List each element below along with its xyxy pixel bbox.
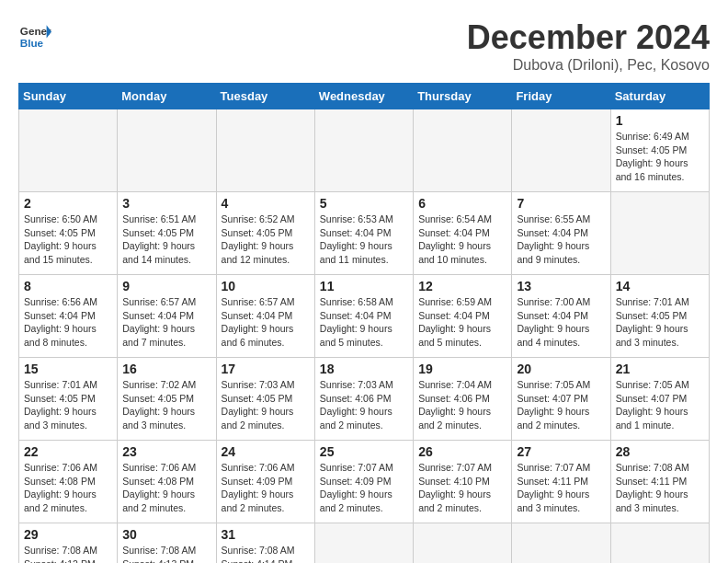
calendar-cell: 15Sunrise: 7:01 AMSunset: 4:05 PMDayligh… bbox=[19, 358, 118, 441]
calendar-cell: 20Sunrise: 7:05 AMSunset: 4:07 PMDayligh… bbox=[512, 358, 610, 441]
calendar-cell bbox=[314, 523, 413, 564]
day-info: Sunrise: 7:08 AMSunset: 4:12 PMDaylight:… bbox=[24, 544, 112, 563]
calendar-cell bbox=[512, 109, 610, 192]
calendar-cell: 28Sunrise: 7:08 AMSunset: 4:11 PMDayligh… bbox=[610, 441, 709, 523]
calendar-header-saturday: Saturday bbox=[610, 84, 709, 109]
day-number: 29 bbox=[24, 527, 112, 542]
calendar-cell bbox=[118, 109, 216, 192]
calendar-header-thursday: Thursday bbox=[414, 84, 512, 109]
calendar-cell bbox=[610, 192, 709, 275]
calendar-cell: 6Sunrise: 6:54 AMSunset: 4:04 PMDaylight… bbox=[414, 192, 512, 275]
day-number: 8 bbox=[24, 279, 112, 293]
day-info: Sunrise: 7:07 AMSunset: 4:11 PMDaylight:… bbox=[517, 461, 605, 515]
day-number: 27 bbox=[517, 444, 605, 459]
day-info: Sunrise: 7:08 AMSunset: 4:13 PMDaylight:… bbox=[122, 544, 210, 563]
day-number: 5 bbox=[320, 196, 408, 211]
calendar-week-6: 29Sunrise: 7:08 AMSunset: 4:12 PMDayligh… bbox=[19, 523, 710, 564]
day-number: 2 bbox=[24, 196, 112, 211]
day-info: Sunrise: 7:02 AMSunset: 4:05 PMDaylight:… bbox=[122, 378, 210, 432]
calendar-cell: 12Sunrise: 6:59 AMSunset: 4:04 PMDayligh… bbox=[414, 275, 512, 358]
day-info: Sunrise: 6:59 AMSunset: 4:04 PMDaylight:… bbox=[418, 295, 506, 350]
calendar-cell: 9Sunrise: 6:57 AMSunset: 4:04 PMDaylight… bbox=[118, 275, 216, 358]
day-info: Sunrise: 7:03 AMSunset: 4:05 PMDaylight:… bbox=[222, 378, 310, 432]
day-number: 20 bbox=[517, 362, 605, 376]
calendar-cell bbox=[216, 109, 314, 192]
day-number: 15 bbox=[24, 362, 112, 376]
day-info: Sunrise: 7:06 AMSunset: 4:09 PMDaylight:… bbox=[222, 461, 310, 515]
day-info: Sunrise: 7:07 AMSunset: 4:09 PMDaylight:… bbox=[320, 461, 408, 515]
calendar-cell bbox=[414, 523, 512, 564]
day-info: Sunrise: 7:05 AMSunset: 4:07 PMDaylight:… bbox=[517, 378, 605, 432]
day-number: 12 bbox=[418, 279, 506, 293]
calendar-cell bbox=[414, 109, 512, 192]
calendar-cell: 26Sunrise: 7:07 AMSunset: 4:10 PMDayligh… bbox=[414, 441, 512, 523]
day-number: 16 bbox=[122, 362, 210, 376]
day-number: 22 bbox=[24, 444, 112, 459]
day-number: 14 bbox=[616, 279, 704, 293]
day-info: Sunrise: 7:05 AMSunset: 4:07 PMDaylight:… bbox=[616, 378, 704, 432]
calendar-cell: 21Sunrise: 7:05 AMSunset: 4:07 PMDayligh… bbox=[610, 358, 709, 441]
calendar-cell: 16Sunrise: 7:02 AMSunset: 4:05 PMDayligh… bbox=[118, 358, 216, 441]
calendar-cell: 10Sunrise: 6:57 AMSunset: 4:04 PMDayligh… bbox=[216, 275, 314, 358]
calendar-header-friday: Friday bbox=[512, 84, 610, 109]
calendar-week-2: 2Sunrise: 6:50 AMSunset: 4:05 PMDaylight… bbox=[19, 192, 710, 275]
calendar-cell: 11Sunrise: 6:58 AMSunset: 4:04 PMDayligh… bbox=[314, 275, 413, 358]
day-number: 30 bbox=[122, 527, 210, 542]
page-header: General Blue December 2024 Dubova (Drilo… bbox=[18, 18, 710, 74]
day-number: 6 bbox=[418, 196, 506, 211]
calendar-cell: 19Sunrise: 7:04 AMSunset: 4:06 PMDayligh… bbox=[414, 358, 512, 441]
svg-text:Blue: Blue bbox=[20, 37, 44, 49]
day-number: 21 bbox=[616, 362, 704, 376]
calendar-week-1: 1Sunrise: 6:49 AMSunset: 4:05 PMDaylight… bbox=[19, 109, 710, 192]
calendar-week-4: 15Sunrise: 7:01 AMSunset: 4:05 PMDayligh… bbox=[19, 358, 710, 441]
calendar-cell: 8Sunrise: 6:56 AMSunset: 4:04 PMDaylight… bbox=[19, 275, 118, 358]
day-number: 11 bbox=[320, 279, 408, 293]
calendar-cell: 4Sunrise: 6:52 AMSunset: 4:05 PMDaylight… bbox=[216, 192, 314, 275]
day-info: Sunrise: 7:08 AMSunset: 4:14 PMDaylight:… bbox=[222, 544, 310, 563]
day-info: Sunrise: 6:49 AMSunset: 4:05 PMDaylight:… bbox=[616, 130, 704, 184]
day-number: 1 bbox=[616, 113, 704, 128]
calendar-cell: 5Sunrise: 6:53 AMSunset: 4:04 PMDaylight… bbox=[314, 192, 413, 275]
day-info: Sunrise: 6:58 AMSunset: 4:04 PMDaylight:… bbox=[320, 295, 408, 350]
calendar-header-tuesday: Tuesday bbox=[216, 84, 314, 109]
calendar-cell: 17Sunrise: 7:03 AMSunset: 4:05 PMDayligh… bbox=[216, 358, 314, 441]
logo: General Blue bbox=[18, 18, 53, 52]
day-number: 7 bbox=[517, 196, 605, 211]
day-number: 18 bbox=[320, 362, 408, 376]
calendar-cell bbox=[512, 523, 610, 564]
day-number: 26 bbox=[418, 444, 506, 459]
day-number: 4 bbox=[222, 196, 310, 211]
calendar-cell bbox=[314, 109, 413, 192]
day-info: Sunrise: 7:01 AMSunset: 4:05 PMDaylight:… bbox=[616, 295, 704, 350]
day-info: Sunrise: 6:50 AMSunset: 4:05 PMDaylight:… bbox=[24, 213, 112, 267]
day-number: 19 bbox=[418, 362, 506, 376]
day-info: Sunrise: 6:57 AMSunset: 4:04 PMDaylight:… bbox=[122, 295, 210, 350]
day-info: Sunrise: 6:54 AMSunset: 4:04 PMDaylight:… bbox=[418, 213, 506, 267]
calendar-cell: 13Sunrise: 7:00 AMSunset: 4:04 PMDayligh… bbox=[512, 275, 610, 358]
day-info: Sunrise: 6:57 AMSunset: 4:04 PMDaylight:… bbox=[222, 295, 310, 350]
location-title: Dubova (Driloni), Pec, Kosovo bbox=[467, 57, 710, 74]
day-number: 25 bbox=[320, 444, 408, 459]
day-number: 3 bbox=[122, 196, 210, 211]
day-info: Sunrise: 7:07 AMSunset: 4:10 PMDaylight:… bbox=[418, 461, 506, 515]
calendar-header-row: SundayMondayTuesdayWednesdayThursdayFrid… bbox=[19, 84, 710, 109]
calendar-cell: 2Sunrise: 6:50 AMSunset: 4:05 PMDaylight… bbox=[19, 192, 118, 275]
title-block: December 2024 Dubova (Driloni), Pec, Kos… bbox=[467, 18, 710, 74]
day-info: Sunrise: 6:52 AMSunset: 4:05 PMDaylight:… bbox=[222, 213, 310, 267]
calendar-cell: 14Sunrise: 7:01 AMSunset: 4:05 PMDayligh… bbox=[610, 275, 709, 358]
calendar-table: SundayMondayTuesdayWednesdayThursdayFrid… bbox=[18, 83, 710, 563]
day-info: Sunrise: 7:01 AMSunset: 4:05 PMDaylight:… bbox=[24, 378, 112, 432]
day-number: 13 bbox=[517, 279, 605, 293]
day-number: 24 bbox=[222, 444, 310, 459]
calendar-cell: 31Sunrise: 7:08 AMSunset: 4:14 PMDayligh… bbox=[216, 523, 314, 564]
day-number: 31 bbox=[222, 527, 310, 542]
month-title: December 2024 bbox=[467, 18, 710, 57]
day-info: Sunrise: 7:04 AMSunset: 4:06 PMDaylight:… bbox=[418, 378, 506, 432]
calendar-cell: 30Sunrise: 7:08 AMSunset: 4:13 PMDayligh… bbox=[118, 523, 216, 564]
day-info: Sunrise: 6:55 AMSunset: 4:04 PMDaylight:… bbox=[517, 213, 605, 267]
day-number: 23 bbox=[122, 444, 210, 459]
calendar-cell bbox=[610, 523, 709, 564]
calendar-cell: 24Sunrise: 7:06 AMSunset: 4:09 PMDayligh… bbox=[216, 441, 314, 523]
day-number: 10 bbox=[222, 279, 310, 293]
day-info: Sunrise: 7:06 AMSunset: 4:08 PMDaylight:… bbox=[122, 461, 210, 515]
